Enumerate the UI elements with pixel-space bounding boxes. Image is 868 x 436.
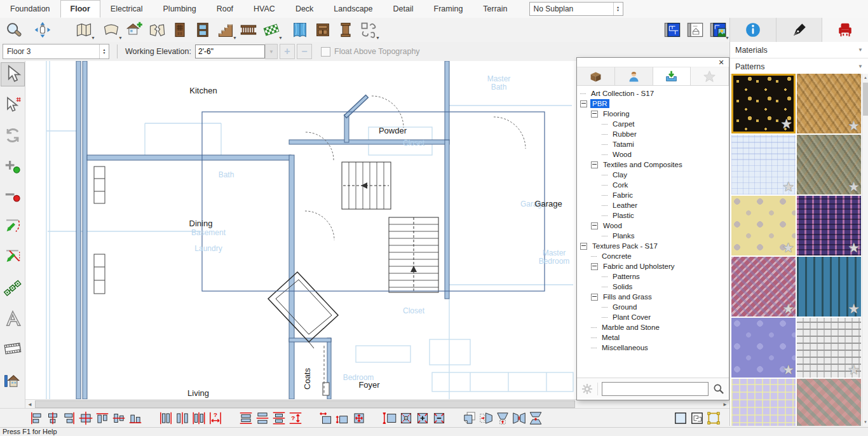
view-extents-button[interactable]: [705, 410, 722, 426]
tree-item-marble-and-stone[interactable]: Marble and Stone: [577, 322, 729, 332]
tab-detail[interactable]: Detail: [383, 0, 424, 18]
staircase-lower[interactable]: [389, 217, 438, 292]
curtain-tool[interactable]: [289, 19, 311, 41]
area-size-button[interactable]: A: [398, 410, 414, 426]
tab-plumbing[interactable]: Plumbing: [153, 0, 207, 18]
favorite-star-icon[interactable]: [848, 301, 860, 317]
tree-item-flooring[interactable]: Flooring: [577, 109, 729, 119]
view-plan-button[interactable]: [689, 410, 705, 426]
floor-material-tool[interactable]: [261, 19, 282, 41]
tree-item-textures-pack---s17[interactable]: Textures Pack - S17: [577, 241, 729, 251]
favorite-star-icon[interactable]: [782, 362, 794, 378]
align-center-horizontal-button[interactable]: [111, 410, 127, 426]
walkthrough-icon[interactable]: [1, 337, 25, 361]
add-point-icon[interactable]: [1, 154, 25, 178]
tree-item-solids[interactable]: Solids: [577, 282, 729, 292]
chevron-down-icon[interactable]: [858, 64, 863, 69]
favorite-star-icon[interactable]: [782, 423, 794, 426]
swatch-pink-teal-quilt[interactable]: [797, 379, 861, 426]
library-tab-download-icon[interactable]: [653, 67, 691, 85]
swatch-blue-corduroy[interactable]: [797, 257, 861, 317]
favorite-star-icon[interactable]: [782, 179, 794, 194]
library-chair-icon[interactable]: [822, 18, 868, 42]
tab-hvac[interactable]: HVAC: [243, 0, 285, 18]
tree-item-plastic[interactable]: Plastic: [577, 210, 729, 221]
tree-item-leather[interactable]: Leather: [577, 200, 729, 210]
favorite-star-icon[interactable]: [782, 301, 794, 317]
canvas-hscrollbar[interactable]: [25, 399, 729, 409]
delete-point-icon[interactable]: [1, 184, 25, 208]
space-evenly-vertical-button[interactable]: [238, 410, 254, 426]
tree-item-wood[interactable]: Wood: [577, 221, 729, 231]
tree-item-plant-cover[interactable]: Plant Cover: [577, 312, 729, 322]
patterns-header[interactable]: Patterns: [730, 58, 868, 75]
dropdown-arrow-icon[interactable]: [278, 36, 283, 40]
tree-item-fabric[interactable]: Fabric: [577, 190, 729, 200]
center-vertically-button[interactable]: [254, 410, 271, 426]
camera-view-icon[interactable]: [707, 19, 729, 41]
distribute-horizontal-button[interactable]: [191, 410, 207, 426]
library-tab-star-icon[interactable]: [691, 67, 729, 85]
resize-both-button[interactable]: [351, 410, 367, 426]
enlarge-object-button[interactable]: [414, 410, 431, 426]
swatch-carved-gold-relief[interactable]: [797, 74, 861, 133]
stairs-tool[interactable]: [215, 19, 236, 41]
dropdown-arrow-icon[interactable]: [91, 36, 95, 40]
tree-item-fills-and-grass[interactable]: Fills and Grass: [577, 292, 729, 302]
dropdown-arrow-icon[interactable]: [376, 36, 380, 40]
subplan-selector[interactable]: No Subplan: [529, 2, 623, 16]
tree-item-wood[interactable]: Wood: [577, 149, 729, 160]
tree-item-planks[interactable]: Planks: [577, 231, 729, 241]
tab-foundation[interactable]: Foundation: [0, 0, 60, 18]
floor-selector[interactable]: Floor 3: [3, 44, 109, 59]
spinner-icon[interactable]: [613, 3, 623, 15]
tree-item-tatami[interactable]: Tatami: [577, 139, 729, 149]
collapse-icon[interactable]: [591, 111, 598, 118]
collapse-icon[interactable]: [591, 263, 598, 270]
door-tool[interactable]: [169, 19, 191, 41]
collapse-icon[interactable]: [591, 294, 598, 301]
working-elevation-input[interactable]: [195, 44, 265, 58]
tree-item-miscellaneous[interactable]: Miscellaneous: [577, 343, 729, 353]
collapse-icon[interactable]: [591, 161, 598, 168]
library-tab-box-icon[interactable]: [577, 67, 615, 85]
tree-item-ground[interactable]: Ground: [577, 302, 729, 312]
dropdown-arrow-icon[interactable]: [725, 36, 729, 40]
tab-roof[interactable]: Roof: [207, 0, 243, 18]
wall-tool[interactable]: [73, 19, 95, 41]
favorite-star-icon[interactable]: [848, 423, 860, 426]
add-floor-tool[interactable]: [123, 19, 145, 41]
select-edit-icon[interactable]: [1, 93, 25, 117]
tree-item-art-collection---s17[interactable]: Art Collection - S17: [577, 88, 729, 99]
swatch-blue-lace[interactable]: [731, 135, 796, 194]
import-drawing-icon[interactable]: [1, 245, 25, 269]
compress-horizontal-button[interactable]: [511, 410, 527, 426]
tree-item-metal[interactable]: Metal: [577, 332, 729, 343]
collapse-icon[interactable]: [580, 243, 587, 250]
swatch-yellow-damask[interactable]: [731, 196, 796, 255]
tree-item-textiles-and-composites[interactable]: Textiles and Composites: [577, 160, 729, 170]
break-wall-tool[interactable]: [146, 19, 168, 41]
tree-item-clay[interactable]: Clay: [577, 170, 729, 180]
align-center-vertical-button[interactable]: [44, 410, 61, 426]
dropdown-arrow-icon[interactable]: [233, 36, 237, 40]
tab-framing[interactable]: Framing: [424, 0, 473, 18]
favorite-star-icon[interactable]: [782, 240, 794, 255]
tree-item-cork[interactable]: Cork: [577, 180, 729, 190]
section-view-icon[interactable]: [1, 367, 25, 392]
swatch-periwinkle-damask[interactable]: [731, 318, 796, 378]
favorite-star-icon[interactable]: [848, 240, 860, 255]
plan-view-icon[interactable]: [661, 19, 683, 41]
align-left-button[interactable]: [28, 410, 44, 426]
window-tool[interactable]: [192, 19, 214, 41]
align-bottom-button[interactable]: [127, 410, 144, 426]
elevation-view-icon[interactable]: [684, 19, 706, 41]
scroll-down-icon[interactable]: [862, 418, 868, 426]
zoom-tool[interactable]: [3, 19, 25, 41]
space-evenly-horizontal-button[interactable]: [158, 410, 174, 426]
stretch-right-button[interactable]: [478, 410, 494, 426]
spinner-icon[interactable]: [99, 44, 109, 58]
railing-tool[interactable]: [238, 19, 259, 41]
swatch-lavender-plaid[interactable]: [731, 379, 796, 426]
resize-width-button[interactable]: [318, 410, 334, 426]
